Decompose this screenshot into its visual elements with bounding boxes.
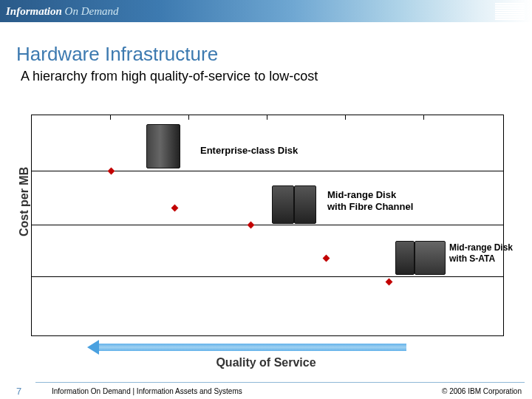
row-label-enterprise: Enterprise-class Disk: [200, 145, 298, 157]
footer: 7 Information On Demand | Information As…: [0, 383, 532, 399]
midrange-fc-server2-icon: [294, 185, 316, 224]
y-axis-label: Cost per MB: [18, 167, 31, 236]
page-subtitle: A hierarchy from high quality-of-service…: [21, 69, 532, 84]
x-axis-arrow-icon: [89, 341, 406, 353]
footer-center: Information On Demand | Information Asse…: [52, 387, 242, 395]
page-number: 7: [16, 386, 21, 397]
ibm-logo-icon: [495, 3, 525, 20]
enterprise-server-icon: [146, 124, 180, 168]
row-label-fc: Mid-range Disk with Fibre Channel: [327, 189, 413, 214]
brand: Information On Demand: [6, 5, 119, 18]
midrange-sata-server2-icon: [415, 241, 446, 275]
x-axis-label: Quality of Service: [0, 356, 532, 369]
page-title: Hardware Infrastructure: [16, 43, 532, 66]
brand-prefix: Information: [6, 5, 65, 17]
midrange-sata-server-icon: [395, 241, 415, 275]
header: Information On Demand: [0, 0, 532, 22]
row-label-sata: Mid-range Disk with S-ATA: [449, 242, 513, 265]
chart-area: Enterprise-class Disk Mid-range Disk wit…: [31, 115, 504, 336]
brand-suffix: On Demand: [65, 5, 119, 17]
footer-right: © 2006 IBM Corporation: [442, 387, 522, 395]
midrange-fc-server-icon: [272, 185, 294, 224]
